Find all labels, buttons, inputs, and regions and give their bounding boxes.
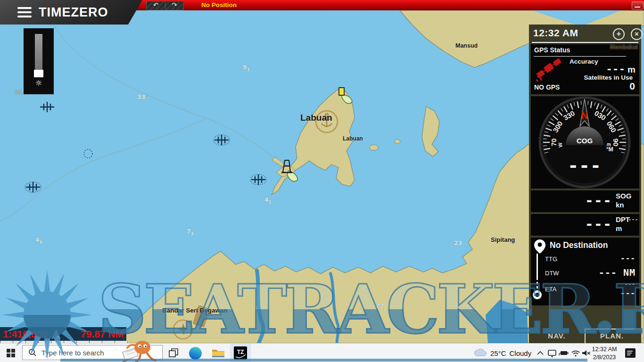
action-center-icon xyxy=(625,348,636,358)
depth-contour xyxy=(0,119,206,222)
ttg-value: --- xyxy=(620,254,636,263)
cog-label: COG xyxy=(577,137,593,145)
place-label-mansud: Mansud xyxy=(455,42,478,49)
battery-charging-icon xyxy=(558,350,570,356)
navdata-clock: 12:32 AM xyxy=(533,27,578,39)
sog-unit: kn xyxy=(616,201,624,209)
depth-sounding: 91 xyxy=(243,64,250,72)
brightness-slider-handle[interactable] xyxy=(34,70,43,77)
place-label-membakut: Membakut xyxy=(610,44,638,50)
cast-icon xyxy=(547,349,557,357)
battery-tray-button[interactable] xyxy=(557,344,570,362)
islet xyxy=(395,140,400,144)
menu-hamburger-icon[interactable] xyxy=(17,7,32,20)
dpt-value: --- xyxy=(569,216,612,232)
cog-value: --- xyxy=(568,155,602,176)
satellites-value: 0 xyxy=(629,81,635,92)
gps-status-box[interactable]: GPS Status NO GPS Accuracy --- m Satelli xyxy=(531,44,639,94)
timezero-taskbar-button[interactable]: TZ xyxy=(230,344,251,362)
timezero-app-icon: TZ xyxy=(234,346,247,360)
start-button[interactable] xyxy=(0,344,22,362)
scale-ratio: 1:410,000 xyxy=(3,329,48,340)
brightness-sun-icon[interactable]: ☼ xyxy=(24,78,54,88)
place-label-labuan-town: Labuan xyxy=(343,135,363,142)
brightness-panel: ☼ xyxy=(24,28,54,94)
add-navdata-icon[interactable]: + xyxy=(613,28,625,40)
sog-label: SOG xyxy=(616,192,631,200)
depth-sounding: 33 xyxy=(137,93,145,102)
navdata-tab-bar: NAV. PLAN. xyxy=(529,329,641,343)
sog-value: --- xyxy=(569,192,612,209)
route-line xyxy=(537,254,538,280)
ttg-label: TTG xyxy=(545,255,557,263)
weather-temp: 25°C xyxy=(490,349,506,357)
depth-sounding: 23 xyxy=(454,239,462,248)
accuracy-label: Accuracy xyxy=(570,58,598,65)
wifi-icon xyxy=(571,350,580,357)
land-peninsula xyxy=(422,107,439,156)
weather-cloud-icon[interactable] xyxy=(472,344,488,362)
compass-unit: °M xyxy=(606,146,613,153)
depth-sounding: 49 xyxy=(35,236,42,245)
taskbar-clock[interactable]: 12:32 AM 2/8/2023 xyxy=(588,346,620,362)
action-center-button[interactable] xyxy=(623,344,637,362)
dtw-label: DTW xyxy=(545,270,559,277)
taskbar-weather[interactable]: 25°C Cloudy xyxy=(490,344,531,362)
position-status-text: No Position xyxy=(201,1,237,8)
depth-contour xyxy=(45,10,280,162)
close-panel-icon[interactable]: × xyxy=(631,28,643,40)
dpt-unit: m xyxy=(616,224,622,232)
minimize-icon xyxy=(635,7,640,8)
dpt-label: DPT xyxy=(616,215,630,223)
undo-button[interactable]: ↶ xyxy=(147,1,165,10)
depth-sounding: 73 xyxy=(187,228,194,236)
tab-nav[interactable]: NAV. xyxy=(529,332,585,340)
minimize-button[interactable] xyxy=(632,1,644,9)
satellite-icon xyxy=(535,58,561,83)
task-view-icon xyxy=(169,348,178,358)
depth-sounding: 41 xyxy=(264,196,272,205)
wreck-symbol xyxy=(41,102,54,112)
accuracy-value: --- m xyxy=(606,64,636,75)
dpt-box[interactable]: --- DPT --- m xyxy=(531,214,639,236)
clock-time: 12:32 AM xyxy=(588,346,620,354)
depth-sounding: 27 xyxy=(376,302,384,311)
redo-button[interactable]: ↷ xyxy=(165,1,184,10)
destination-title: No Destination xyxy=(550,240,608,250)
compass-gauge: W70300330003006090E N COG --- xyxy=(531,96,639,189)
scale-width: 79.87 NM xyxy=(81,329,124,340)
wreck-symbol xyxy=(214,135,230,145)
eta-value-top: --- xyxy=(625,281,636,287)
windows-logo-icon xyxy=(7,349,15,357)
tray-expand-button[interactable] xyxy=(535,344,546,362)
dpt-extra-value: --- xyxy=(628,217,638,222)
place-label-bandar: Bandar Seri Begawan xyxy=(162,307,228,314)
navdata-panel: 12:32 AM + × GPS Status NO GPS Accu xyxy=(529,25,641,343)
route-end-ring xyxy=(533,290,542,299)
north-indicator: N xyxy=(581,110,588,121)
no-gps-label: NO GPS xyxy=(534,83,560,91)
search-input[interactable] xyxy=(41,348,123,357)
windows-taskbar: TZ 25°C Cloudy xyxy=(0,343,644,362)
cog-compass-box[interactable]: W70300330003006090E N COG --- °M xyxy=(531,96,639,189)
task-view-button[interactable] xyxy=(164,344,183,362)
search-icon xyxy=(28,348,37,357)
weather-condition: Cloudy xyxy=(510,349,532,357)
svg-text:70: 70 xyxy=(550,139,558,147)
svg-text:90: 90 xyxy=(612,139,620,147)
edge-browser-button[interactable] xyxy=(185,344,206,362)
clock-date: 2/8/2023 xyxy=(588,354,620,362)
wreck-symbol xyxy=(250,174,266,185)
place-label-sipitang: Sipitang xyxy=(491,236,515,243)
file-explorer-button[interactable] xyxy=(207,344,229,362)
destination-box[interactable]: No Destination TTG --- DTW --- NM ETA --… xyxy=(531,238,639,305)
chart-scale-bar[interactable]: 1:410,000 79.87 NM xyxy=(0,327,126,341)
timezero-app-window: Mansud Labuan Labuan Sipitang Bandar Ser… xyxy=(0,0,644,362)
undo-redo-group: ↶ ↷ xyxy=(146,1,184,10)
gps-status-title: GPS Status xyxy=(534,46,570,54)
cast-tray-button[interactable] xyxy=(546,344,558,362)
wreck-symbol xyxy=(25,182,41,192)
tab-plan[interactable]: PLAN. xyxy=(586,332,638,340)
sog-box[interactable]: --- SOG kn xyxy=(531,190,639,212)
scale-arrow-icon xyxy=(51,329,61,339)
